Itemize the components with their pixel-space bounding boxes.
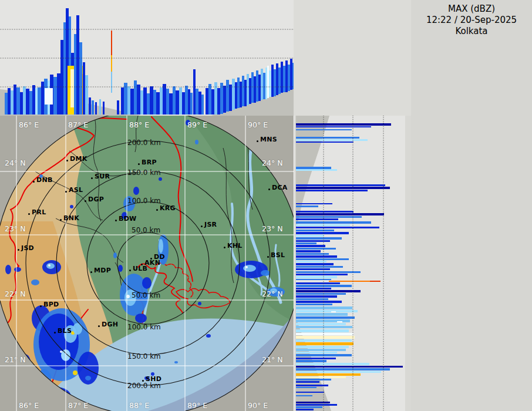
range-ring-label: 50.0 km	[132, 291, 160, 299]
station-label: BRP	[142, 159, 157, 166]
precip-echo	[198, 302, 201, 305]
echo-bar	[296, 227, 379, 228]
precip-echo	[206, 334, 211, 338]
station-dot	[90, 271, 92, 273]
echo-profile-top	[5, 8, 294, 114]
station-dot	[98, 325, 100, 327]
station-dot	[28, 213, 30, 215]
echo-bar	[296, 342, 353, 345]
echo-bar	[296, 235, 324, 237]
station-dot	[33, 181, 35, 183]
echo-bar	[137, 85, 140, 114]
echo-bar	[296, 261, 326, 262]
echo-bar	[296, 304, 332, 305]
echo-bar	[296, 366, 403, 368]
echo-bar	[103, 102, 105, 114]
precip-echo	[85, 376, 91, 380]
precip-echo	[70, 205, 73, 208]
echo-bar	[296, 221, 371, 224]
precip-echo	[14, 267, 21, 272]
echo-bar	[296, 213, 384, 215]
station-dot	[156, 209, 158, 211]
precip-echo	[174, 361, 178, 363]
echo-bar	[296, 373, 361, 376]
echo-bar	[79, 42, 82, 114]
echo-bar	[285, 60, 288, 92]
echo-bar	[232, 79, 235, 110]
echo-bar	[296, 142, 353, 143]
echo-bar	[296, 392, 324, 393]
echo-bar	[35, 88, 38, 114]
echo-bar	[45, 88, 53, 105]
station-label: MDP	[94, 267, 111, 274]
echo-bar	[296, 218, 338, 220]
lat-label: 24° N	[262, 159, 282, 167]
lon-label: 90° E	[248, 120, 268, 129]
echo-bar	[296, 237, 342, 240]
echo-bar	[296, 349, 346, 351]
echo-bar	[127, 86, 130, 114]
echo-bar	[276, 63, 278, 95]
echo-bar	[296, 255, 337, 258]
echo-bar	[53, 77, 57, 114]
station-dot	[65, 191, 67, 193]
station-dot	[60, 219, 62, 221]
echo-bar	[85, 75, 88, 114]
station-label: BPD	[43, 301, 59, 308]
echo-bar	[296, 333, 353, 335]
echo-bar	[32, 85, 35, 114]
echo-bar	[211, 89, 214, 114]
echo-bar	[208, 84, 211, 114]
echo-bar	[296, 242, 316, 244]
echo-bar	[14, 85, 16, 114]
echo-bar	[111, 31, 112, 55]
precip-echo	[245, 266, 248, 268]
precip-echo	[113, 252, 117, 258]
echo-bar	[278, 68, 281, 94]
station-label: DMK	[70, 155, 87, 163]
echo-bar	[296, 346, 349, 348]
echo-bar	[296, 406, 322, 408]
echo-bar	[249, 78, 251, 104]
echo-bar	[143, 87, 147, 114]
echo-bar	[296, 263, 334, 265]
echo-bar	[271, 65, 274, 97]
station-label: MNS	[260, 136, 277, 143]
station-dot	[224, 247, 225, 248]
echo-bar	[296, 363, 369, 365]
station-label: PRL	[32, 208, 46, 216]
station-label: BDW	[119, 215, 137, 223]
lon-label: 90° E	[248, 401, 268, 410]
echo-bar	[296, 360, 326, 362]
echo-bar	[296, 293, 346, 295]
station-dot	[85, 200, 86, 202]
echo-bar	[5, 93, 8, 114]
echo-bar	[223, 86, 226, 113]
echo-bar	[76, 15, 79, 114]
echo-bar	[111, 72, 112, 93]
echo-bar	[296, 139, 368, 141]
precip-echo	[135, 314, 147, 323]
station-label: KHL	[227, 242, 243, 250]
range-ring-label: 50.0 km	[132, 226, 160, 234]
station-dot	[201, 225, 203, 227]
echo-bar	[163, 84, 166, 114]
echo-bar	[296, 288, 331, 289]
station-dot	[129, 269, 131, 271]
lat-label: 23° N	[5, 224, 25, 233]
echo-bar	[296, 253, 329, 255]
legend-panel: MAX (dBZ) 12:22 / 20-Sep-2025 Kolkata 60…	[411, 0, 532, 411]
echo-bar	[296, 295, 337, 298]
station-label: DCA	[272, 184, 288, 191]
echo-bar	[296, 187, 390, 189]
echo-bar	[296, 379, 331, 380]
product-title: MAX (dBZ)	[411, 4, 532, 14]
precip-echo	[48, 264, 50, 267]
station-dot	[257, 140, 258, 142]
precip-echo	[133, 187, 139, 195]
echo-bar	[173, 86, 176, 114]
echo-bar	[196, 89, 198, 114]
precip-echo	[46, 263, 55, 269]
echo-bar	[296, 371, 381, 373]
echo-bar	[261, 69, 263, 100]
